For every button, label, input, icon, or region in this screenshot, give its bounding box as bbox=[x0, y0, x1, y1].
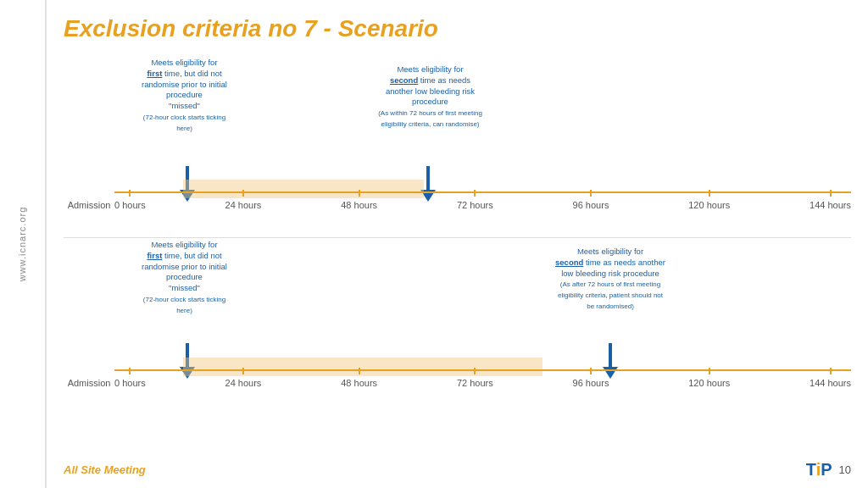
s2-tick-96h: 96 hours bbox=[573, 368, 609, 388]
scenario2-timeline: Admission 0 hours 24 hours 48 hours 72 bbox=[64, 337, 851, 388]
s2-timeline-labels: 0 hours 24 hours 48 hours 72 hours 96 ho… bbox=[114, 368, 851, 388]
s2c2-underline: second bbox=[555, 258, 583, 267]
s2c1-underline: first bbox=[147, 251, 162, 260]
scenario-2: Meets eligibility for first time, but di… bbox=[64, 240, 851, 413]
page-title: Exclusion criteria no 7 - Scenario bbox=[64, 15, 851, 42]
tick-24h-label: 24 hours bbox=[225, 200, 262, 210]
scenario2-callout1: Meets eligibility for first time, but di… bbox=[136, 240, 233, 316]
footer: All Site Meeting TiP 10 bbox=[47, 460, 851, 480]
s2-tick-96h-label: 96 hours bbox=[573, 378, 609, 388]
s2-tick-48h: 48 hours bbox=[341, 368, 377, 388]
s2c1-quote: "missed" bbox=[169, 283, 200, 292]
tick-120h-label: 120 hours bbox=[688, 200, 730, 210]
watermark-text: www.icnarc.org bbox=[18, 207, 28, 282]
logo: TiP bbox=[806, 460, 832, 480]
tick-48h: 48 hours bbox=[341, 190, 377, 210]
main-content: Exclusion criteria no 7 - Scenario Meets… bbox=[47, 0, 868, 488]
scenario-1: Meets eligibility for first time, but di… bbox=[64, 58, 851, 236]
tick-0h: 0 hours bbox=[114, 190, 146, 210]
tick-24h: 24 hours bbox=[225, 190, 262, 210]
s1c1-note: (72-hour clock starts ticking here) bbox=[143, 114, 225, 132]
scenario1-callout2: Meets eligibility for second time as nee… bbox=[377, 64, 483, 130]
left-sidebar: www.icnarc.org bbox=[0, 0, 47, 488]
page-number: 10 bbox=[839, 463, 851, 476]
tick-96h: 96 hours bbox=[573, 190, 609, 210]
s2c2-line1: Meets eligibility for bbox=[577, 247, 643, 256]
scenario2-callout2: Meets eligibility for second time as nee… bbox=[555, 247, 665, 312]
tick-96h-label: 96 hours bbox=[573, 200, 609, 210]
scenario1-callout1: Meets eligibility for first time, but di… bbox=[136, 58, 233, 134]
s1c1-line1: Meets eligibility for bbox=[151, 58, 217, 67]
tick-120h: 120 hours bbox=[688, 190, 730, 210]
s1-timeline-labels: 0 hours 24 hours 48 hours 72 hours 96 ho… bbox=[114, 190, 851, 210]
s2-tick-24h-label: 24 hours bbox=[225, 378, 262, 388]
scenario1-timeline: Admission 0 hours 24 hours 48 hours 72 bbox=[64, 159, 851, 210]
s2-tick-144h-label: 144 hours bbox=[810, 378, 851, 388]
s2-admission: Admission bbox=[64, 378, 114, 388]
s1c2-underline: second bbox=[390, 75, 418, 85]
s2-tick-144h: 144 hours bbox=[810, 368, 851, 388]
tick-72h: 72 hours bbox=[457, 190, 493, 210]
s1c1-quote: "missed" bbox=[169, 101, 200, 110]
s2-tick-0h: 0 hours bbox=[114, 368, 146, 388]
s1c2-note: (As within 72 hours of first meeting eli… bbox=[378, 109, 482, 128]
tick-144h-label: 144 hours bbox=[810, 200, 851, 210]
tick-48h-label: 48 hours bbox=[341, 200, 377, 210]
s2-tick-24h: 24 hours bbox=[225, 368, 262, 388]
tick-72h-label: 72 hours bbox=[457, 200, 493, 210]
s2c1-line1: Meets eligibility for bbox=[151, 240, 217, 249]
s2c1-note: (72-hour clock starts ticking here) bbox=[143, 296, 225, 314]
s1c2-line1: Meets eligibility for bbox=[397, 64, 463, 74]
s2-tick-48h-label: 48 hours bbox=[341, 378, 377, 388]
footer-text: All Site Meeting bbox=[47, 463, 146, 476]
scenario-divider bbox=[64, 237, 851, 238]
s2-tick-120h: 120 hours bbox=[688, 368, 730, 388]
s2c2-note: (As after 72 hours of first meeting elig… bbox=[558, 280, 663, 310]
s2-tick-0h-label: 0 hours bbox=[114, 378, 146, 388]
footer-right: TiP 10 bbox=[806, 460, 851, 480]
s1-admission: Admission bbox=[64, 200, 114, 210]
tick-0h-label: 0 hours bbox=[114, 200, 146, 210]
s2-tick-72h: 72 hours bbox=[457, 368, 493, 388]
s1c1-underline: first bbox=[147, 69, 162, 78]
s2-tick-120h-label: 120 hours bbox=[688, 378, 730, 388]
s2-tick-72h-label: 72 hours bbox=[457, 378, 493, 388]
tick-144h: 144 hours bbox=[810, 190, 851, 210]
